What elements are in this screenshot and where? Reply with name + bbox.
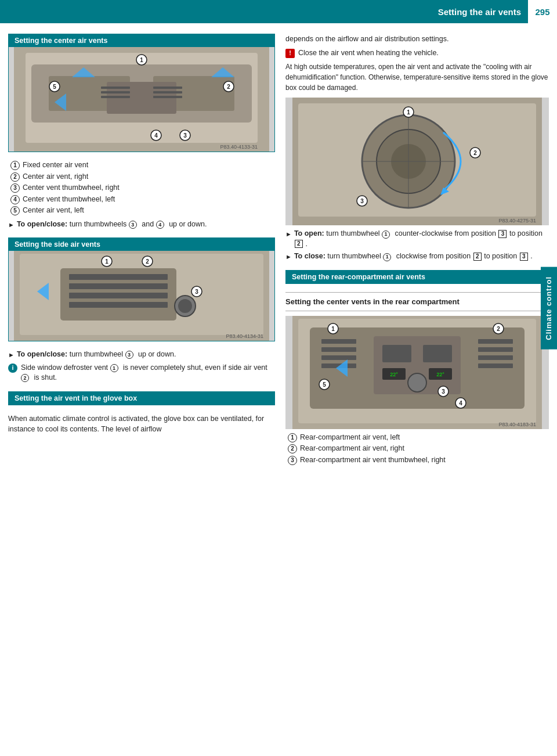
- center-vents-instruction: ► To open/close: turn thumbwheels 3 and …: [8, 219, 275, 230]
- chapter-tab: Climate control: [541, 267, 557, 350]
- rear-center-sub-heading: Setting the center vents in the rear com…: [285, 297, 549, 306]
- svg-text:P83.40-4134-31: P83.40-4134-31: [226, 333, 263, 339]
- svg-rect-7: [153, 91, 182, 93]
- svg-rect-62: [321, 347, 356, 352]
- svg-text:5: 5: [323, 381, 326, 388]
- heating-warning: ! Close the air vent when heating the ve…: [285, 48, 549, 59]
- section-center-title: Setting the center air vents: [9, 34, 274, 47]
- list-item: 4Center vent thumbwheel, left: [10, 195, 275, 205]
- svg-rect-65: [478, 339, 513, 344]
- svg-text:P83.40-4275-31: P83.40-4275-31: [498, 218, 536, 224]
- list-item: 3Center vent thumbwheel, right: [10, 183, 275, 193]
- airflow-text: depends on the airflow and air distribut…: [285, 34, 549, 45]
- svg-rect-71: [423, 345, 452, 362]
- list-item: 1Rear-compartment air vent, left: [288, 433, 549, 443]
- svg-text:1: 1: [140, 57, 143, 63]
- svg-text:22°: 22°: [436, 372, 444, 377]
- svg-text:3: 3: [195, 289, 198, 295]
- section-side-air-vents: Setting the side air vents: [8, 237, 275, 341]
- svg-point-34: [178, 299, 192, 313]
- svg-text:3: 3: [360, 198, 364, 204]
- page-number: 295: [528, 0, 557, 23]
- svg-rect-8: [153, 96, 182, 98]
- svg-rect-10: [101, 91, 130, 93]
- section-glovebox-title: Setting the air vent in the glove box: [9, 392, 274, 405]
- svg-text:1: 1: [407, 109, 410, 116]
- section-center-air-vents: Setting the center air vents: [8, 34, 275, 152]
- svg-text:5: 5: [53, 84, 56, 90]
- info-icon: i: [8, 363, 17, 373]
- svg-text:P83.40-4133-31: P83.40-4133-31: [220, 144, 258, 150]
- side-vents-diagram: 1 2 3 P83.40-4134-31: [9, 251, 274, 341]
- side-vents-info: i Side window defroster vent 1 is never …: [8, 363, 275, 383]
- center-vents-diagram: 1 2 3 4 5 P83.40-4133-3: [9, 47, 274, 152]
- svg-rect-66: [478, 347, 513, 352]
- list-item: 1Fixed center air vent: [10, 160, 275, 171]
- chapter-title: Setting the air vents: [0, 7, 528, 17]
- svg-rect-70: [382, 345, 411, 362]
- section-glovebox: Setting the air vent in the glove box: [8, 391, 275, 405]
- arrow-right-icon: ►: [285, 253, 292, 261]
- svg-text:3: 3: [442, 388, 445, 395]
- arrow-right-icon: ►: [8, 221, 15, 229]
- right-column: depends on the airflow and air distribut…: [285, 34, 549, 469]
- glovebox-svg: 1 2 3 P83.40-4275-31: [285, 98, 549, 225]
- svg-text:2: 2: [497, 326, 500, 332]
- side-vents-instruction: ► To open/close: turn thumbwheel 3 up or…: [8, 350, 275, 360]
- svg-text:1: 1: [331, 326, 335, 332]
- svg-text:1: 1: [105, 258, 108, 265]
- close-instruction: ► To close: turn thumbwheel 1 clockwise …: [285, 251, 549, 262]
- svg-rect-63: [321, 355, 356, 360]
- glovebox-text: When automatic climate control is activa…: [8, 413, 275, 435]
- svg-text:22°: 22°: [390, 372, 398, 377]
- svg-rect-67: [478, 355, 513, 360]
- svg-text:2: 2: [473, 150, 477, 156]
- center-vents-list: 1Fixed center air vent 2Center air vent,…: [10, 160, 275, 216]
- svg-rect-30: [69, 283, 168, 289]
- section-rear-vents: Setting the rear-compartment air vents: [285, 270, 549, 284]
- divider: [285, 292, 549, 293]
- open-instruction: ► To open: turn thumbwheel 1 counter-clo…: [285, 229, 549, 249]
- svg-rect-68: [478, 363, 513, 368]
- info-glovebox-text: At high outside temperatures, open the a…: [285, 62, 549, 93]
- svg-rect-11: [101, 96, 130, 98]
- left-column: Setting the center air vents: [8, 34, 275, 469]
- svg-rect-6: [153, 87, 182, 89]
- list-item: 2Center air vent, right: [10, 172, 275, 182]
- section-side-title: Setting the side air vents: [9, 238, 274, 251]
- svg-text:2: 2: [227, 84, 230, 90]
- list-item: 2Rear-compartment air vent, right: [288, 444, 549, 454]
- arrow-right-icon: ►: [8, 351, 15, 359]
- svg-text:P83.40-4183-31: P83.40-4183-31: [498, 422, 536, 427]
- svg-rect-32: [69, 302, 168, 308]
- svg-text:3: 3: [183, 132, 187, 139]
- center-vents-svg: 1 2 3 4 5 P83.40-4133-3: [9, 47, 274, 152]
- rear-vents-list: 1Rear-compartment air vent, left 2Rear-c…: [288, 433, 549, 466]
- divider: [285, 311, 549, 311]
- rear-vents-diagram: 22° 22° 1 2 3 4: [285, 316, 549, 429]
- glovebox-diagram: 1 2 3 P83.40-4275-31: [285, 98, 549, 225]
- list-item: 3Rear-compartment air vent thumbwheel, r…: [288, 455, 549, 466]
- arrow-right-icon: ►: [285, 230, 292, 239]
- svg-rect-31: [69, 293, 168, 298]
- svg-text:4: 4: [154, 132, 158, 139]
- svg-text:2: 2: [146, 258, 149, 265]
- warning-icon: !: [285, 49, 295, 58]
- main-content: Setting the center air vents: [0, 23, 557, 479]
- rear-vents-svg: 22° 22° 1 2 3 4: [285, 316, 549, 429]
- side-vents-svg: 1 2 3 P83.40-4134-31: [9, 251, 274, 341]
- svg-rect-61: [321, 339, 356, 344]
- section-rear-title: Setting the rear-compartment air vents: [286, 271, 548, 283]
- list-item: 5Center air vent, left: [10, 206, 275, 216]
- svg-rect-29: [69, 274, 168, 280]
- svg-rect-9: [101, 87, 130, 89]
- svg-point-72: [408, 373, 426, 392]
- page-header: Setting the air vents 295: [0, 0, 557, 23]
- svg-text:4: 4: [459, 400, 462, 406]
